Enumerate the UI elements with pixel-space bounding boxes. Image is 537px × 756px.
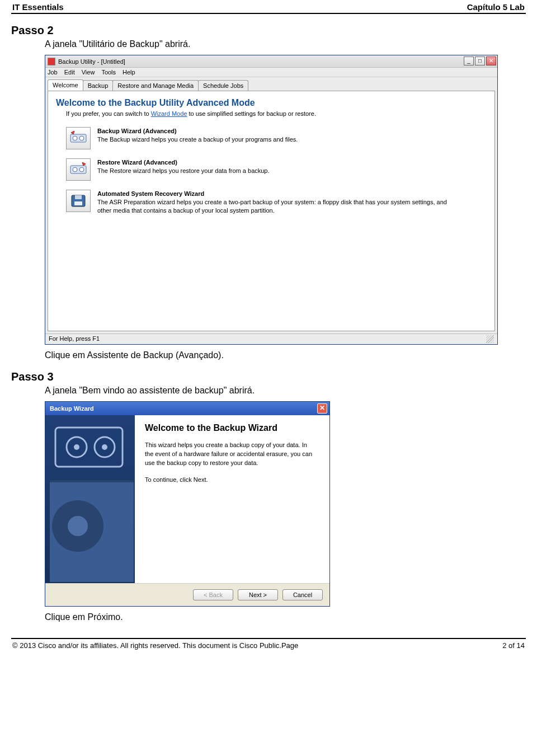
- wizard-button-bar: < Back Next > Cancel: [45, 583, 329, 606]
- step3-text2: Clique em Próximo.: [45, 612, 526, 622]
- maximize-button[interactable]: □: [475, 57, 485, 65]
- menu-job[interactable]: Job: [48, 69, 58, 76]
- tape-graphic-icon: [50, 420, 134, 582]
- menu-view[interactable]: View: [82, 69, 95, 76]
- wizard-content: Welcome to the Backup Wizard This wizard…: [135, 415, 329, 583]
- app-icon: [48, 58, 55, 65]
- tape-drive-icon: [70, 131, 87, 145]
- status-text: For Help, press F1: [49, 335, 100, 343]
- wizard-title-bar[interactable]: Backup Wizard ✕: [45, 402, 329, 415]
- restore-wizard-desc: The Restore wizard helps you restore you…: [97, 167, 270, 174]
- option-restore-wizard: Restore Wizard (Advanced) The Restore wi…: [66, 158, 487, 181]
- menu-tools[interactable]: Tools: [101, 69, 116, 76]
- utility-menubar: Job Edit View Tools Help: [45, 68, 497, 77]
- doc-footer-left: © 2013 Cisco and/or its affiliates. All …: [12, 641, 298, 650]
- wizard-para2: To continue, click Next.: [145, 476, 313, 485]
- svg-point-16: [68, 516, 88, 536]
- option-backup-wizard: Backup Wizard (Advanced) The Backup wiza…: [66, 127, 487, 149]
- tab-restore[interactable]: Restore and Manage Media: [112, 80, 199, 91]
- welcome-heading: Welcome to the Backup Utility Advanced M…: [56, 98, 487, 108]
- close-button[interactable]: ✕: [486, 57, 496, 65]
- asr-wizard-title: Automated System Recovery Wizard: [97, 190, 455, 198]
- step2-text2: Clique em Assistente de Backup (Avançado…: [45, 350, 526, 360]
- utility-title-bar[interactable]: Backup Utility - [Untitled] _ □ ✕: [45, 55, 497, 68]
- document-header: IT Essentials Capítulo 5 Lab: [11, 0, 526, 14]
- menu-help[interactable]: Help: [123, 69, 135, 76]
- step2-text1: A janela "Utilitário de Backup" abrirá.: [45, 39, 526, 49]
- doc-footer-right: 2 of 14: [502, 641, 525, 650]
- wizard-para1: This wizard helps you create a backup co…: [145, 441, 313, 468]
- step3-text1: A janela "Bem vindo ao assistente de bac…: [45, 386, 526, 396]
- backup-utility-window: Backup Utility - [Untitled] _ □ ✕ Job Ed…: [45, 55, 498, 345]
- restore-wizard-button[interactable]: [66, 158, 91, 181]
- cancel-button[interactable]: Cancel: [282, 589, 323, 600]
- svg-rect-9: [55, 428, 123, 467]
- document-footer: © 2013 Cisco and/or its affiliates. All …: [11, 638, 526, 655]
- backup-wizard-title: Backup Wizard (Advanced): [97, 127, 298, 135]
- asr-wizard-button[interactable]: [66, 190, 91, 212]
- tab-backup[interactable]: Backup: [83, 80, 114, 91]
- backup-wizard-button[interactable]: [66, 127, 91, 149]
- minimize-button[interactable]: _: [464, 57, 474, 65]
- wizard-sidebar-graphic: [45, 415, 135, 583]
- doc-header-left: IT Essentials: [12, 2, 64, 12]
- welcome-tab-panel: Welcome to the Backup Utility Advanced M…: [48, 91, 495, 331]
- utility-tabstrip: Welcome Backup Restore and Manage Media …: [45, 77, 497, 91]
- step3-heading: Passo 3: [11, 370, 526, 383]
- backup-wizard-desc: The Backup wizard helps you create a bac…: [97, 136, 298, 143]
- wizard-close-button[interactable]: ✕: [317, 403, 327, 414]
- wizard-heading: Welcome to the Backup Wizard: [145, 423, 319, 433]
- intro-prefix: If you prefer, you can switch to: [66, 110, 151, 117]
- utility-title-text: Backup Utility - [Untitled]: [58, 58, 125, 65]
- floppy-disk-icon: [70, 194, 87, 208]
- asr-wizard-desc: The ASR Preparation wizard helps you cre…: [97, 199, 447, 214]
- svg-point-5: [79, 167, 84, 172]
- resize-grip-icon[interactable]: [486, 335, 494, 343]
- wizard-title-text: Backup Wizard: [50, 405, 94, 412]
- wizard-mode-link[interactable]: Wizard Mode: [151, 110, 187, 117]
- svg-rect-8: [74, 201, 82, 205]
- backup-wizard-dialog: Backup Wizard ✕ Welcome to the Backup Wi…: [45, 401, 330, 607]
- svg-point-4: [73, 167, 77, 172]
- tab-schedule[interactable]: Schedule Jobs: [198, 80, 248, 91]
- option-asr-wizard: Automated System Recovery Wizard The ASR…: [66, 190, 487, 215]
- doc-header-right: Capítulo 5 Lab: [467, 2, 525, 12]
- svg-point-12: [74, 444, 79, 450]
- menu-edit[interactable]: Edit: [64, 69, 75, 76]
- tab-welcome[interactable]: Welcome: [48, 79, 83, 91]
- back-button[interactable]: < Back: [193, 589, 233, 600]
- status-bar: For Help, press F1: [45, 334, 497, 344]
- welcome-intro: If you prefer, you can switch to Wizard …: [66, 110, 487, 117]
- svg-point-13: [102, 444, 107, 450]
- intro-suffix: to use simplified settings for backup or…: [187, 110, 316, 117]
- next-button[interactable]: Next >: [238, 589, 278, 600]
- svg-point-1: [73, 136, 77, 140]
- step2-heading: Passo 2: [11, 24, 526, 37]
- svg-point-2: [79, 136, 84, 140]
- tape-drive-icon: [70, 162, 87, 177]
- restore-wizard-title: Restore Wizard (Advanced): [97, 158, 270, 167]
- svg-rect-7: [75, 195, 82, 199]
